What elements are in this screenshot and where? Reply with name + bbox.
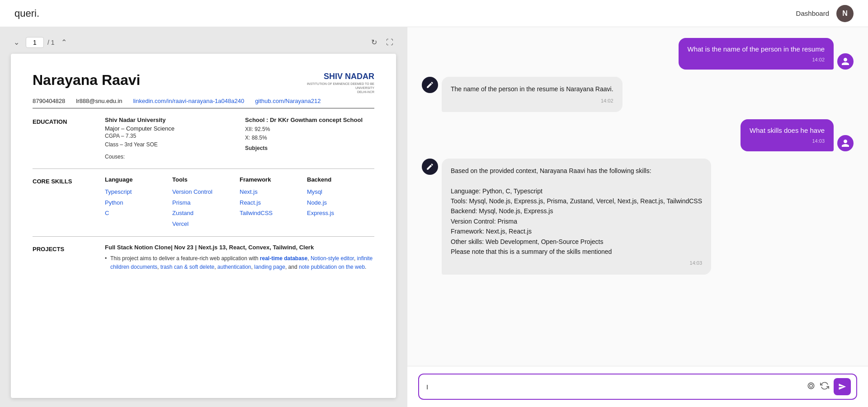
skills-label: CORE SKILLS	[33, 176, 105, 229]
skill-nextjs: Next.js	[240, 187, 307, 197]
skill-mysql: Mysql	[307, 187, 374, 197]
university-name: SHIV NADAR	[307, 72, 374, 82]
skills-grid: Language Typescript Python C Tools Versi…	[105, 176, 374, 229]
skill-vercel: Vercel	[172, 219, 240, 229]
skill-versioncontrol: Version Control	[172, 187, 240, 197]
edu-class: Class – 3rd Year SOE	[105, 140, 234, 149]
skill-typescript: Typescript	[105, 187, 172, 197]
divider-1	[33, 168, 374, 169]
page-total: / 1	[47, 39, 55, 46]
edu-cgpa: CGPA – 7.35	[105, 132, 234, 140]
msg-ai-1-timestamp: 14:02	[451, 97, 613, 105]
skills-backend-header: Backend	[307, 176, 374, 183]
attach-icon-button[interactable]	[806, 380, 816, 393]
user-icon-2	[841, 139, 850, 148]
edu-col-2: School : Dr KKr Gowtham concept School X…	[245, 117, 374, 162]
chat-input-wrapper	[418, 374, 857, 400]
msg-user-1-avatar	[837, 53, 854, 70]
skills-content: Language Typescript Python C Tools Versi…	[105, 176, 374, 229]
msg-ai-1-bubble: The name of the person in the resume is …	[442, 77, 623, 112]
message-ai-1: The name of the person in the resume is …	[422, 77, 854, 112]
edu-subjects: Subjects	[245, 144, 374, 153]
send-button[interactable]	[834, 378, 851, 395]
education-label: EDUCATION	[33, 117, 105, 162]
chat-input[interactable]	[425, 381, 802, 393]
resume-linkedin: linkedin.com/in/raavi-narayana-1a048a240	[133, 98, 244, 104]
fullscreen-button[interactable]: ⛶	[383, 36, 396, 48]
skill-reactjs: React.js	[240, 197, 307, 208]
chat-input-area	[407, 366, 868, 407]
msg-ai-2-bubble: Based on the provided context, Narayana …	[442, 159, 711, 275]
resume-contact: 8790404828 lr888@snu.edu.in linkedin.com…	[33, 98, 374, 108]
chat-panel: What is the name of the person in the re…	[407, 27, 868, 407]
edu-major: Major – Computer Science	[105, 125, 234, 132]
refresh-icon-button[interactable]	[819, 380, 830, 393]
resume-phone: 8790404828	[33, 98, 65, 104]
chat-messages: What is the name of the person in the re…	[407, 27, 868, 366]
chat-input-icons	[806, 380, 830, 393]
msg-ai-1-text: The name of the person in the resume is …	[451, 85, 613, 93]
ai-avatar-2	[422, 159, 438, 175]
edu-courses: Couses:	[105, 153, 234, 161]
dashboard-link[interactable]: Dashboard	[796, 9, 829, 17]
pen-icon	[426, 81, 434, 89]
msg-ai-1-content: The name of the person in the resume is …	[442, 77, 623, 112]
page-number-input[interactable]	[26, 37, 44, 48]
projects-content: Full Stack Notion Clone| Nov 23 | Next.j…	[105, 244, 374, 271]
pen-icon-2	[426, 163, 434, 171]
resume-header: Narayana Raavi SHIV NADAR INSTITUTION OF…	[33, 72, 374, 94]
skills-tools-col: Tools Version Control Prisma Zustand Ver…	[172, 176, 240, 229]
message-ai-2: Based on the provided context, Narayana …	[422, 159, 854, 275]
university-logo: SHIV NADAR INSTITUTION OF EMINENCE DEEME…	[307, 72, 374, 94]
pdf-toolbar: ⌄ / 1 ⌃ ↻ ⛶	[11, 36, 396, 48]
msg-user-2-avatar	[837, 135, 854, 151]
skills-backend-col: Backend Mysql Node.js Express.js	[307, 176, 374, 229]
skills-framework-col: Framework Next.js React.js TailwindCSS	[240, 176, 307, 229]
edu-institution-2: School : Dr KKr Gowtham concept School	[245, 117, 374, 123]
skills-section: CORE SKILLS Language Typescript Python C…	[33, 176, 374, 229]
page-down-button[interactable]: ⌄	[11, 36, 22, 48]
message-user-1: What is the name of the person in the re…	[422, 38, 854, 70]
project1-title: Full Stack Notion Clone| Nov 23 | Next.j…	[105, 244, 374, 251]
skills-language-header: Language	[105, 176, 172, 183]
refresh-button[interactable]: ↻	[368, 36, 380, 48]
msg-ai-2-content: Based on the provided context, Narayana …	[442, 159, 711, 275]
pdf-toolbar-right: ↻ ⛶	[368, 36, 396, 48]
skill-python: Python	[105, 197, 172, 208]
msg-ai-2-timestamp: 14:03	[451, 259, 702, 267]
projects-label: PROJECTS	[33, 244, 105, 271]
skill-expressjs: Express.js	[307, 208, 374, 218]
msg-user-2-text: What skills does he have	[750, 126, 825, 134]
page-up-button[interactable]: ⌃	[58, 36, 70, 48]
skill-zustand: Zustand	[172, 208, 240, 218]
edu-institution-1: Shiv Nadar University	[105, 117, 234, 123]
app-header: queri. Dashboard N	[0, 0, 868, 27]
pdf-content: Narayana Raavi SHIV NADAR INSTITUTION OF…	[11, 54, 396, 398]
edu-xii: XII: 92.5%	[245, 125, 374, 134]
msg-user-1-timestamp: 14:02	[688, 56, 825, 63]
msg-user-2-timestamp: 14:03	[750, 138, 825, 145]
skill-tailwindcss: TailwindCSS	[240, 208, 307, 218]
skill-c: C	[105, 208, 172, 218]
university-subtitle: INSTITUTION OF EMINENCE DEEMED TO BEUNIV…	[307, 82, 374, 94]
edu-grid: Shiv Nadar University Major – Computer S…	[105, 117, 374, 162]
user-avatar[interactable]: N	[836, 5, 854, 22]
divider-2	[33, 236, 374, 237]
pdf-panel: ⌄ / 1 ⌃ ↻ ⛶ Narayana Raavi SHIV NADAR IN…	[0, 27, 407, 407]
skill-prisma: Prisma	[172, 197, 240, 208]
skills-tools-header: Tools	[172, 176, 240, 183]
svg-point-1	[810, 384, 813, 387]
skills-language-col: Language Typescript Python C	[105, 176, 172, 229]
main-layout: ⌄ / 1 ⌃ ↻ ⛶ Narayana Raavi SHIV NADAR IN…	[0, 27, 868, 407]
attach-icon	[807, 381, 816, 390]
ai-avatar-1	[422, 77, 438, 93]
resume-email: lr888@snu.edu.in	[76, 98, 122, 104]
user-icon	[841, 57, 850, 66]
education-content: Shiv Nadar University Major – Computer S…	[105, 117, 374, 162]
skill-nodejs: Node.js	[307, 197, 374, 208]
refresh-icon	[820, 381, 829, 390]
svg-point-0	[808, 383, 814, 388]
resume-name-block: Narayana Raavi	[33, 72, 140, 89]
message-user-2: What skills does he have 14:03	[422, 119, 854, 151]
msg-user-1-content: What is the name of the person in the re…	[679, 38, 834, 70]
